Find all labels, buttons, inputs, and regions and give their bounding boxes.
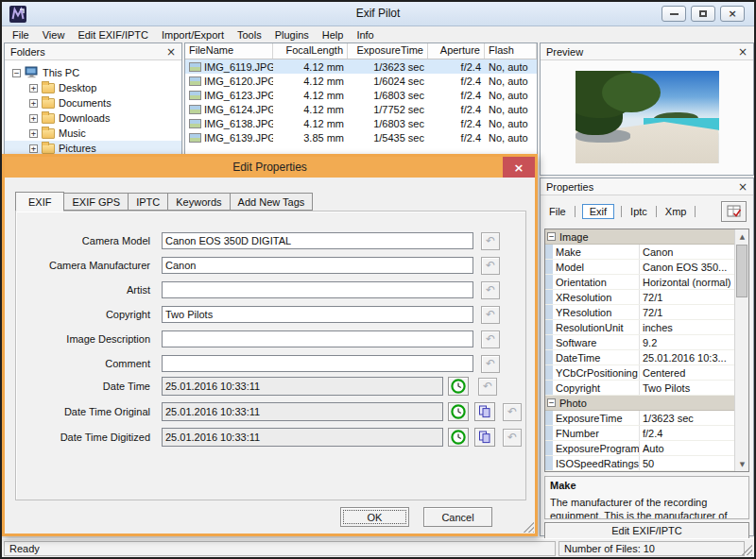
dialog-close-button[interactable]: × bbox=[503, 157, 535, 178]
tree-item-downloads[interactable]: + Downloads bbox=[5, 110, 181, 126]
tab-file[interactable]: File bbox=[547, 205, 568, 218]
property-row[interactable]: ExposureProgramAuto bbox=[545, 441, 734, 456]
cancel-button[interactable]: Cancel bbox=[423, 507, 492, 527]
tab-exif[interactable]: Exif bbox=[582, 204, 614, 219]
menu-edit-exif-iptc[interactable]: Edit EXIF/IPTC bbox=[71, 28, 155, 42]
set-current-time-button[interactable] bbox=[448, 402, 469, 421]
undo-button[interactable]: ↶ bbox=[481, 232, 500, 250]
property-group-row[interactable]: − Image bbox=[545, 229, 734, 245]
collapse-expander-icon[interactable]: − bbox=[547, 398, 556, 407]
column-header-aperture[interactable]: Aperture bbox=[428, 43, 485, 59]
column-header-exposuretime[interactable]: ExposureTime bbox=[348, 43, 428, 59]
property-row[interactable]: ISOSpeedRatings50 bbox=[545, 456, 734, 471]
menu-view[interactable]: View bbox=[36, 28, 72, 42]
property-row[interactable]: YResolution72/1 bbox=[545, 305, 734, 320]
camera-model-input[interactable] bbox=[162, 232, 473, 249]
property-row[interactable]: YCbCrPositioningCentered bbox=[545, 365, 734, 381]
copyright-input[interactable] bbox=[162, 306, 473, 323]
property-row[interactable]: MakeCanon bbox=[545, 245, 734, 260]
scrollbar-thumb[interactable] bbox=[736, 245, 747, 297]
property-row[interactable]: DateTime25.01.2016 10:3... bbox=[545, 350, 734, 365]
menu-tools[interactable]: Tools bbox=[231, 28, 268, 42]
undo-button[interactable]: ↶ bbox=[481, 257, 500, 275]
undo-button[interactable]: ↶ bbox=[481, 306, 500, 324]
file-row[interactable]: IMG_6139.JPG 3.85 mm 1/5435 sec f/2.4 No… bbox=[185, 130, 537, 144]
property-row[interactable]: XResolution72/1 bbox=[545, 290, 734, 305]
date-time-original-input[interactable] bbox=[162, 402, 443, 421]
edit-exif-iptc-button[interactable]: Edit EXIF/IPTC bbox=[544, 522, 749, 539]
property-row[interactable]: Software9.2 bbox=[545, 335, 734, 350]
copy-date-button[interactable] bbox=[474, 402, 495, 421]
undo-button[interactable]: ↶ bbox=[481, 355, 500, 373]
tab-xmp[interactable]: Xmp bbox=[663, 205, 689, 218]
tab-iptc[interactable]: IPTC bbox=[129, 193, 168, 211]
tab-iptc[interactable]: Iptc bbox=[628, 205, 649, 218]
ok-button[interactable]: OK bbox=[340, 507, 409, 527]
tree-item-documents[interactable]: + Documents bbox=[5, 95, 181, 110]
expand-expander-icon[interactable]: + bbox=[29, 129, 38, 138]
file-row[interactable]: IMG_6120.JPG 4.12 mm 1/6024 sec f/2.4 No… bbox=[185, 74, 537, 88]
file-row[interactable]: IMG_6138.JPG 4.12 mm 1/6803 sec f/2.4 No… bbox=[185, 116, 537, 130]
file-row[interactable]: IMG_6124.JPG 4.12 mm 1/7752 sec f/2.4 No… bbox=[185, 102, 537, 116]
close-button[interactable]: × bbox=[720, 6, 745, 22]
property-row[interactable]: ModelCanon EOS 350... bbox=[545, 260, 734, 275]
property-group-row[interactable]: − Photo bbox=[545, 396, 734, 411]
dialog-title-bar[interactable]: Edit Properties × bbox=[5, 157, 535, 178]
tab-add-new-tags[interactable]: Add New Tags bbox=[231, 193, 314, 211]
tab-keywords[interactable]: Keywords bbox=[168, 193, 230, 211]
property-row[interactable]: FNumberf/2.4 bbox=[545, 426, 734, 441]
menu-file[interactable]: File bbox=[6, 28, 36, 42]
preview-close-icon[interactable]: × bbox=[738, 46, 747, 58]
undo-button[interactable]: ↶ bbox=[503, 429, 522, 447]
collapse-expander-icon[interactable]: − bbox=[12, 69, 21, 77]
column-header-focallength[interactable]: FocalLength bbox=[273, 43, 348, 59]
tree-item-music[interactable]: + Music bbox=[5, 126, 181, 141]
maximize-button[interactable] bbox=[691, 6, 715, 22]
column-header-filename[interactable]: FileName bbox=[185, 43, 273, 59]
title-bar[interactable]: Exif Pilot × bbox=[2, 2, 754, 26]
menu-import-export[interactable]: Import/Export bbox=[155, 28, 231, 42]
field-image-description: Image Description ↶ bbox=[22, 329, 522, 349]
expand-expander-icon[interactable]: + bbox=[29, 99, 38, 108]
date-time-digitized-input[interactable] bbox=[162, 428, 443, 447]
tab-exif[interactable]: EXIF bbox=[15, 192, 64, 212]
dialog-resize-grip[interactable] bbox=[523, 521, 534, 533]
undo-button[interactable]: ↶ bbox=[481, 281, 500, 299]
edit-properties-button[interactable] bbox=[721, 201, 747, 222]
minimize-button[interactable] bbox=[662, 6, 686, 22]
tree-item-desktop[interactable]: + Desktop bbox=[5, 80, 181, 95]
collapse-expander-icon[interactable]: − bbox=[547, 232, 556, 241]
expand-expander-icon[interactable]: + bbox=[29, 114, 38, 123]
menu-help[interactable]: Help bbox=[316, 28, 351, 42]
scroll-up-icon[interactable]: ▲ bbox=[735, 229, 749, 244]
undo-button[interactable]: ↶ bbox=[503, 403, 522, 421]
scroll-down-icon[interactable]: ▼ bbox=[735, 457, 749, 471]
expand-expander-icon[interactable]: + bbox=[29, 84, 38, 93]
property-row[interactable]: ExposureTime1/3623 sec bbox=[545, 411, 734, 426]
image-description-input[interactable] bbox=[162, 330, 473, 347]
artist-input[interactable] bbox=[162, 281, 473, 298]
property-row[interactable]: OrientationHorizontal (normal) bbox=[545, 275, 734, 290]
undo-button[interactable]: ↶ bbox=[481, 330, 500, 348]
scrollbar[interactable]: ▲ ▼ bbox=[734, 229, 748, 471]
comment-input[interactable] bbox=[162, 355, 473, 372]
folders-close-icon[interactable]: × bbox=[166, 46, 176, 58]
file-row[interactable]: IMG_6119.JPG 4.12 mm 1/3623 sec f/2.4 No… bbox=[185, 59, 537, 74]
set-current-time-button[interactable] bbox=[448, 428, 469, 447]
undo-button[interactable]: ↶ bbox=[478, 378, 497, 396]
column-header-flash[interactable]: Flash bbox=[485, 43, 537, 59]
menu-plugins[interactable]: Plugins bbox=[268, 28, 316, 42]
copy-date-button[interactable] bbox=[474, 428, 495, 447]
date-time-input[interactable] bbox=[162, 377, 443, 396]
expand-expander-icon[interactable]: + bbox=[29, 144, 38, 153]
set-current-time-button[interactable] bbox=[448, 377, 469, 396]
property-row[interactable]: CopyrightTwo Pilots bbox=[545, 381, 734, 396]
camera-manufacturer-input[interactable] bbox=[162, 257, 473, 274]
tree-item-this-pc[interactable]: − This PC bbox=[5, 65, 181, 80]
property-row[interactable]: ResolutionUnitinches bbox=[545, 320, 734, 335]
property-row[interactable]: ExifVersion0221 bbox=[545, 471, 734, 472]
file-row[interactable]: IMG_6123.JPG 4.12 mm 1/6803 sec f/2.4 No… bbox=[185, 88, 537, 102]
properties-close-icon[interactable]: × bbox=[738, 181, 747, 193]
tab-exif-gps[interactable]: EXIF GPS bbox=[64, 193, 129, 211]
menu-info[interactable]: Info bbox=[350, 28, 380, 42]
